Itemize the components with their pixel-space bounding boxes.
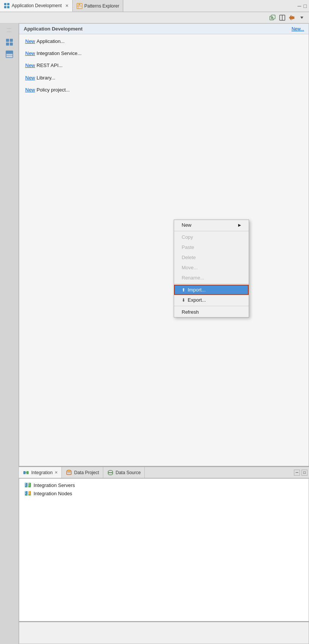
svg-rect-0: [4, 3, 6, 5]
tab-app-dev-close[interactable]: ✕: [65, 3, 69, 8]
new-item-label-policy: Policy project...: [37, 87, 70, 93]
ctx-move-label: Move...: [182, 265, 198, 270]
ctx-menu-move: Move...: [174, 262, 249, 273]
new-link-rest-api[interactable]: New: [25, 62, 35, 69]
sidebar: ········: [0, 23, 19, 644]
bottom-minimize-btn[interactable]: ─: [294, 470, 300, 476]
bottom-panel-content: Integration Servers: [19, 478, 309, 621]
ctx-import-label: Import...: [188, 287, 206, 293]
very-bottom-panel: [19, 621, 309, 644]
ctx-delete-label: Delete: [182, 255, 196, 260]
app-dev-tab-icon: [4, 3, 10, 9]
ctx-menu-new[interactable]: New ▶: [174, 220, 249, 230]
ctx-menu-import[interactable]: ⬆ Import...: [174, 285, 249, 295]
new-item-policy: New Policy project...: [25, 87, 303, 93]
integration-servers-icon: [24, 482, 31, 488]
svg-rect-9: [271, 15, 275, 19]
minimize-window-btn[interactable]: ─: [298, 3, 301, 9]
bottom-tab-integration-close[interactable]: ✕: [55, 470, 58, 475]
svg-rect-28: [67, 470, 70, 472]
ctx-copy-label: Copy: [182, 234, 193, 240]
bottom-tab-bar: Integration ✕ Data Project: [19, 467, 309, 478]
panel-header: Application Development New...: [19, 24, 309, 34]
svg-rect-22: [6, 51, 13, 54]
bottom-maximize-btn[interactable]: □: [301, 470, 307, 476]
ctx-export-label: Export...: [188, 297, 206, 303]
content-area: Application Development New... New Appli…: [19, 23, 309, 644]
ctx-rename-label: Rename...: [182, 275, 204, 281]
new-item-label-rest-api: REST API...: [37, 62, 63, 69]
data-project-tab-icon: [66, 469, 72, 476]
ctx-menu-refresh[interactable]: Refresh: [174, 307, 249, 317]
svg-rect-36: [25, 485, 26, 485]
bottom-tab-controls: ─ □: [294, 467, 309, 478]
integration-servers-label: Integration Servers: [34, 482, 75, 488]
svg-rect-3: [7, 6, 9, 8]
ctx-new-arrow: ▶: [238, 223, 241, 227]
svg-rect-43: [25, 491, 26, 492]
svg-rect-44: [25, 493, 26, 494]
dropdown-btn[interactable]: [298, 14, 306, 22]
svg-rect-19: [6, 43, 9, 46]
tree-item-integration-servers[interactable]: Integration Servers: [23, 481, 305, 489]
bottom-tab-integration-label: Integration: [31, 470, 53, 475]
ctx-separator-1: [174, 231, 249, 231]
svg-point-30: [108, 470, 113, 473]
bottom-tab-integration[interactable]: Integration ✕: [19, 467, 62, 478]
ctx-menu-export[interactable]: ⬇ Export...: [174, 295, 249, 305]
panel-content: New Application... New Integration Servi…: [19, 34, 309, 466]
new-item-label-application: Application...: [37, 38, 64, 45]
toolbar: [0, 12, 309, 23]
svg-rect-41: [29, 486, 31, 487]
maximize-window-btn[interactable]: □: [304, 3, 307, 9]
export-icon: ⬇: [182, 298, 185, 303]
sidebar-drag-handle: ········: [3, 25, 15, 35]
patterns-tab-icon: [76, 3, 83, 9]
svg-rect-49: [29, 494, 31, 495]
tab-app-dev-label: Application Development: [12, 3, 62, 8]
integration-tab-icon: [23, 469, 29, 476]
new-item-label-library: Library...: [37, 75, 55, 81]
bottom-tab-data-source-label: Data Source: [116, 470, 141, 475]
back-btn[interactable]: [288, 14, 296, 22]
new-item-rest-api: New REST API...: [25, 62, 303, 69]
integration-nodes-label: Integration Nodes: [34, 491, 72, 496]
ctx-menu-delete: Delete: [174, 252, 249, 262]
ctx-separator-3: [174, 306, 249, 306]
tree-item-integration-nodes[interactable]: Integration Nodes: [23, 489, 305, 497]
new-item-library: New Library...: [25, 75, 303, 81]
tab-patterns-label: Patterns Explorer: [84, 3, 119, 9]
layout-btn[interactable]: [278, 14, 286, 22]
bottom-tab-data-source[interactable]: Data Source: [103, 467, 145, 478]
ctx-menu-paste: Paste: [174, 242, 249, 252]
panel-title: Application Development: [24, 26, 83, 32]
svg-rect-1: [7, 3, 9, 5]
new-link-integration-service[interactable]: New: [25, 50, 35, 57]
svg-rect-2: [4, 6, 6, 8]
data-source-tab-icon: [107, 469, 114, 476]
svg-rect-47: [29, 493, 29, 494]
svg-rect-46: [29, 491, 29, 492]
bottom-tab-data-project-label: Data Project: [74, 470, 99, 475]
sidebar-btn-list[interactable]: [3, 49, 15, 60]
sidebar-btn-grid[interactable]: [3, 37, 15, 47]
new-link-library[interactable]: New: [25, 75, 35, 81]
svg-point-33: [108, 473, 113, 475]
tab-app-dev[interactable]: Application Development ✕: [0, 0, 73, 12]
svg-rect-24: [23, 471, 26, 474]
svg-rect-39: [29, 485, 29, 485]
restore-btn[interactable]: [268, 14, 277, 22]
ctx-menu-copy: Copy: [174, 232, 249, 242]
main-layout: ········ Application Development New...: [0, 23, 309, 644]
svg-point-7: [79, 4, 80, 5]
context-menu: New ▶ Copy Paste Delete Move... Rename..…: [174, 220, 249, 317]
bottom-section: Integration ✕ Data Project: [19, 466, 309, 621]
panel-new-link[interactable]: New...: [292, 26, 304, 32]
new-link-application[interactable]: New: [25, 38, 35, 45]
new-item-integration-service: New Integration Service...: [25, 50, 303, 57]
ctx-new-label: New: [182, 222, 191, 228]
new-item-label-integration-service: Integration Service...: [37, 50, 81, 57]
new-link-policy[interactable]: New: [25, 87, 35, 93]
bottom-tab-data-project[interactable]: Data Project: [62, 467, 103, 478]
tab-patterns[interactable]: Patterns Explorer: [73, 0, 124, 12]
